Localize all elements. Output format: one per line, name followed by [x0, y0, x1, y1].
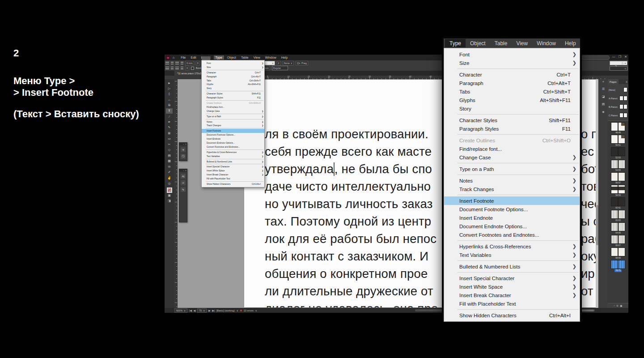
menu-item-insert-footnote[interactable]: Insert Footnote — [202, 129, 264, 133]
page-thumbnail[interactable] — [618, 160, 625, 169]
page-thumbnail[interactable] — [611, 247, 618, 256]
menu-item-paragraph-styles[interactable]: Paragraph StylesF11 — [444, 124, 580, 133]
prev-page-button[interactable]: ◀ — [194, 309, 195, 312]
menu-item-character-styles[interactable]: Character StylesShift+F11 — [444, 116, 580, 124]
menu-help[interactable]: Help — [280, 55, 289, 60]
menu-item-change-case[interactable]: Change Case❯ — [444, 153, 580, 162]
menu-item-document-footnote-options[interactable]: Document Footnote Options... — [202, 133, 264, 137]
minimize-icon[interactable]: − — [183, 169, 184, 172]
spread-60-61[interactable]: 60-61 — [611, 197, 626, 209]
close-icon[interactable]: ✕ — [624, 55, 627, 59]
menu-item-document-endnote-options[interactable]: Document Endnote Options... — [444, 222, 580, 230]
page-tool[interactable]: ▯ — [166, 91, 173, 97]
pages-collapsed-icon[interactable]: ☰ — [602, 87, 605, 91]
close-icon[interactable]: × — [185, 169, 186, 172]
menu-item-type-on-a-path[interactable]: Type on a Path❯ — [444, 165, 580, 173]
indent-right-field[interactable]: 0 — [185, 66, 189, 70]
menu-item-type-on-a-path[interactable]: Type on a Path❯ — [202, 115, 264, 119]
pen-tool[interactable]: ✒ — [166, 119, 173, 125]
page-thumbnail[interactable] — [618, 235, 625, 244]
menu-item-character[interactable]: CharacterCtrl+T — [444, 70, 580, 79]
screen-mode-icon[interactable]: ◨ — [166, 198, 173, 204]
fill-stroke-control[interactable] — [167, 188, 172, 193]
gap-tool[interactable]: ↔ — [166, 97, 173, 103]
new-spread-icon[interactable]: ⧉ — [616, 304, 618, 307]
links-collapsed-icon[interactable]: ◪ — [602, 95, 605, 98]
menu-item-glyphs[interactable]: GlyphsAlt+Shift+F11 — [444, 96, 580, 104]
align-right-icon[interactable] — [175, 62, 179, 64]
minimize-icon[interactable]: − — [183, 143, 184, 145]
rectangle-tool[interactable]: ▭ — [166, 136, 173, 142]
list-type-field[interactable]: None∨ — [283, 61, 294, 65]
menu-item-font[interactable]: Font❯ — [202, 61, 264, 65]
free-transform-tool[interactable]: ◇ — [166, 147, 173, 153]
menu-item-insert-footnote[interactable]: Insert Footnote — [444, 196, 580, 205]
menu-window[interactable]: Window — [532, 39, 560, 47]
search-box[interactable] — [581, 55, 610, 60]
annotate-icon[interactable]: ✑ — [181, 180, 186, 185]
menu-item-glyphs[interactable]: GlyphsAlt+Shift+F11 — [202, 82, 264, 86]
menu-item-insert-white-space[interactable]: Insert White Space❯ — [444, 282, 580, 291]
spread-70-71[interactable]: 70-71 — [611, 260, 626, 272]
rectangle-frame-tool[interactable]: ⊠ — [166, 131, 173, 136]
pencil-tool[interactable]: ✎ — [166, 125, 173, 131]
menu-item-insert-endnote[interactable]: Insert Endnote — [202, 137, 264, 141]
quick-apply-field[interactable]: ∨ — [610, 61, 627, 65]
errors-dropdown-arrow[interactable]: ∨ — [255, 309, 257, 312]
note-tool[interactable]: ✉ — [166, 164, 173, 170]
text-cursor-icon[interactable]: A| — [181, 174, 186, 179]
menu-object[interactable]: Object — [466, 39, 490, 47]
menu-item-document-endnote-options[interactable]: Document Endnote Options... — [202, 141, 264, 145]
menu-item-text-variables[interactable]: Text Variables❯ — [444, 251, 580, 259]
page-thumbnail[interactable] — [611, 135, 618, 144]
page-thumbnail[interactable] — [618, 172, 625, 181]
selection-tool[interactable]: ► — [166, 80, 173, 86]
scissors-tool[interactable]: ✂ — [166, 142, 173, 148]
font-style-field[interactable]: Regular — [272, 66, 288, 70]
page-thumbnail[interactable] — [611, 260, 618, 269]
restore-icon[interactable]: ❐ — [619, 55, 621, 59]
page-thumbnail[interactable] — [618, 147, 625, 156]
reference-point-icon[interactable]: ✳ — [181, 147, 186, 152]
menu-item-insert-break-character[interactable]: Insert Break Character❯ — [444, 291, 580, 299]
page-thumbnail[interactable] — [618, 247, 625, 256]
page-number-field[interactable]: 70∨ — [197, 308, 207, 313]
spread-68-69[interactable]: 68-69 — [611, 247, 626, 260]
page-thumbnail[interactable] — [618, 222, 625, 231]
align-bottom-icon[interactable] — [175, 67, 179, 69]
spread-66-67[interactable]: 66-67 — [611, 235, 626, 247]
panel-menu-icon[interactable]: ≡ — [626, 81, 627, 83]
stroke-collapsed-icon[interactable]: ▤ — [602, 102, 605, 106]
next-page-button[interactable]: ▶ — [208, 309, 210, 312]
page-thumbnail[interactable] — [618, 210, 625, 219]
page-thumbnail[interactable] — [611, 222, 618, 231]
hand-tool[interactable]: ✌ — [166, 175, 173, 181]
page-thumbnail[interactable] — [611, 235, 618, 244]
align-middle-icon[interactable] — [171, 67, 174, 69]
align-left-icon[interactable] — [165, 62, 169, 64]
page-thumbnail[interactable] — [618, 185, 625, 194]
menu-item-story[interactable]: Story — [444, 104, 580, 113]
pages-panel-tab[interactable]: Pages — [608, 79, 619, 84]
menu-item-fill-with-placeholder-text[interactable]: Fill with Placeholder Text — [202, 177, 264, 181]
page-thumbnail[interactable] — [618, 260, 625, 269]
parent-page-aparent[interactable]: A-Parent — [609, 94, 627, 102]
menu-type[interactable]: Type — [445, 39, 466, 47]
menu-item-document-footnote-options[interactable]: Document Footnote Options... — [444, 205, 580, 213]
space-before-field[interactable]: 0 — [196, 61, 200, 65]
menu-item-paragraph[interactable]: ParagraphCtrl+Alt+T — [444, 79, 580, 87]
stroke-color-icon[interactable] — [167, 188, 172, 193]
menu-item-fill-with-placeholder-text[interactable]: Fill with Placeholder Text — [444, 299, 580, 308]
parent-page-none[interactable]: [None] — [609, 85, 627, 94]
menu-item-find-replace-font[interactable]: Find/replace font... — [444, 145, 580, 153]
menu-item-change-case[interactable]: Change Case❯ — [202, 109, 264, 113]
menu-window[interactable]: Window — [263, 55, 278, 60]
layers-collapsed-icon[interactable]: ◈ — [602, 110, 604, 114]
info-icon[interactable]: Ⓘ — [181, 154, 186, 159]
align-top-icon[interactable] — [165, 67, 169, 69]
zoom-tool[interactable]: ◎ — [166, 181, 173, 187]
menu-item-create-outlines[interactable]: Create OutlinesCtrl+Shift+O — [444, 136, 580, 145]
spread-52-53[interactable]: 52-53 — [611, 147, 626, 159]
menu-item-paragraph-styles[interactable]: Paragraph StylesF11 — [202, 96, 264, 100]
indent-left-field[interactable]: 0 mm — [185, 61, 194, 65]
